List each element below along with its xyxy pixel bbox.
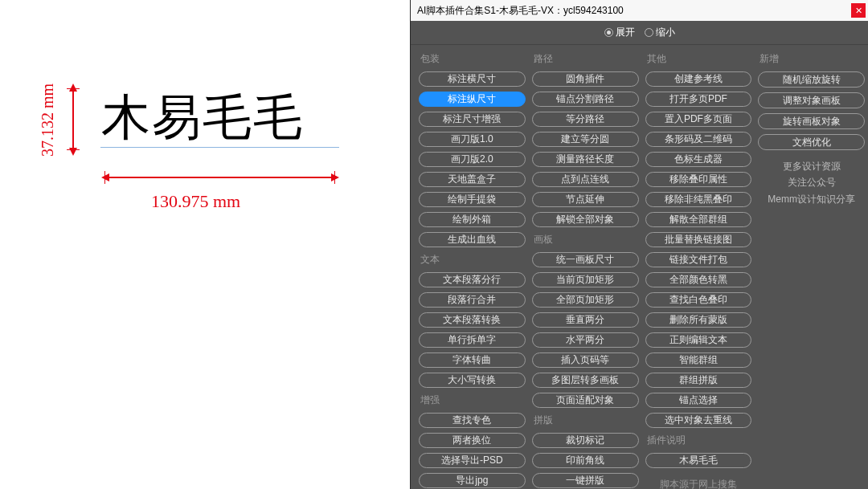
close-button[interactable]: ✕ bbox=[851, 3, 866, 18]
plugin-button[interactable]: 裁切标记 bbox=[532, 433, 639, 448]
plugin-button[interactable]: 打开多页PDF bbox=[645, 92, 752, 107]
section-enhance: 增强 bbox=[419, 393, 526, 408]
plugin-button[interactable]: 水平两分 bbox=[532, 332, 639, 348]
section-imposition: 拼版 bbox=[532, 413, 639, 428]
plugin-button[interactable]: 建立等分圆 bbox=[532, 132, 639, 147]
plugin-button[interactable]: 等分路径 bbox=[532, 112, 639, 127]
radio-dot-icon bbox=[645, 28, 653, 37]
plugin-button[interactable]: 当前页加矩形 bbox=[532, 272, 639, 287]
vertical-dimension-arrow bbox=[72, 90, 74, 149]
button-columns: 包装标注横尺寸标注纵尺寸标注尺寸增强画刀版1.0画刀版2.0天地盖盒子绘制手提袋… bbox=[411, 45, 868, 489]
plugin-button[interactable]: 移除叠印属性 bbox=[645, 172, 752, 187]
plugin-button[interactable]: 垂直两分 bbox=[532, 312, 639, 328]
plugin-button[interactable]: 导出jpg bbox=[419, 473, 526, 488]
plugin-button[interactable]: 群组拼版 bbox=[645, 373, 752, 388]
horizontal-dimension-label: 130.975 mm bbox=[151, 191, 240, 212]
plugin-button[interactable]: 查找白色叠印 bbox=[645, 292, 752, 308]
column-2: 路径圆角插件锚点分割路径等分路径建立等分圆测量路径长度点到点连线节点延伸解锁全部… bbox=[532, 51, 639, 483]
radio-shrink-label: 缩小 bbox=[656, 26, 675, 39]
section-text: 文本 bbox=[419, 252, 526, 267]
plugin-button[interactable]: 插入页码等 bbox=[532, 352, 639, 368]
canvas-area: 37.132 mm 木易毛毛 130.975 mm bbox=[0, 0, 410, 489]
plugin-button[interactable]: 天地盖盒子 bbox=[419, 172, 526, 187]
plugin-button[interactable]: 单行拆单字 bbox=[419, 332, 526, 348]
artwork-text[interactable]: 木易毛毛 bbox=[101, 85, 304, 151]
plugin-button[interactable]: 页面适配对象 bbox=[532, 393, 639, 408]
section-about: 插件说明 bbox=[645, 433, 752, 448]
plugin-button[interactable]: 文本段落分行 bbox=[419, 272, 526, 287]
plugin-button[interactable]: 智能群组 bbox=[645, 352, 752, 368]
panel-title-bar[interactable]: AI脚本插件合集S1-木易毛毛-VX：ycl594243100 ✕ bbox=[411, 0, 868, 21]
plugin-button[interactable]: 多图层转多画板 bbox=[532, 373, 639, 388]
plugin-button[interactable]: 色标生成器 bbox=[645, 152, 752, 167]
plugin-button[interactable]: 链接文件打包 bbox=[645, 252, 752, 267]
plugin-button[interactable]: 条形码及二维码 bbox=[645, 132, 752, 147]
plugin-button[interactable]: 节点延伸 bbox=[532, 192, 639, 207]
plugin-button[interactable]: 置入PDF多页面 bbox=[645, 112, 752, 127]
info-text: 脚本源于网上搜集版权归原作者所有 bbox=[645, 476, 752, 489]
plugin-button[interactable]: 印前角线 bbox=[532, 453, 639, 468]
radio-expand[interactable]: 展开 bbox=[604, 26, 635, 39]
plugin-button[interactable]: 选择导出-PSD bbox=[419, 453, 526, 468]
radio-dot-icon bbox=[604, 28, 613, 37]
column-3: 其他创建参考线打开多页PDF置入PDF多页面条形码及二维码色标生成器移除叠印属性… bbox=[645, 51, 752, 483]
plugin-button[interactable]: 标注横尺寸 bbox=[419, 71, 526, 87]
plugin-panel: AI脚本插件合集S1-木易毛毛-VX：ycl594243100 ✕ 展开 缩小 … bbox=[410, 0, 868, 489]
text-selection-line bbox=[100, 147, 339, 148]
plugin-button[interactable]: 标注纵尺寸 bbox=[419, 92, 526, 107]
plugin-button[interactable]: 生成出血线 bbox=[419, 232, 526, 247]
plugin-button[interactable]: 绘制手提袋 bbox=[419, 192, 526, 207]
radio-shrink[interactable]: 缩小 bbox=[645, 26, 675, 39]
plugin-button[interactable]: 锚点分割路径 bbox=[532, 92, 639, 107]
section-other: 其他 bbox=[645, 51, 752, 67]
plugin-button[interactable]: 木易毛毛 bbox=[645, 453, 752, 468]
plugin-button[interactable]: 随机缩放旋转 bbox=[758, 71, 865, 88]
plugin-button[interactable]: 解锁全部对象 bbox=[532, 212, 639, 227]
plugin-button[interactable]: 统一画板尺寸 bbox=[532, 252, 639, 267]
view-mode-radios: 展开 缩小 bbox=[411, 21, 868, 45]
plugin-button[interactable]: 画刀版1.0 bbox=[419, 132, 526, 147]
plugin-button[interactable]: 删除所有蒙版 bbox=[645, 312, 752, 328]
section-artboard: 画板 bbox=[532, 232, 639, 247]
column-4: 新增随机缩放旋转调整对象画板旋转画板对象文档优化更多设计资源关注公众号Memm设… bbox=[758, 51, 865, 483]
plugin-button[interactable]: 测量路径长度 bbox=[532, 152, 639, 167]
plugin-button[interactable]: 字体转曲 bbox=[419, 352, 526, 368]
section-packaging: 包装 bbox=[419, 51, 526, 67]
plugin-button[interactable]: 全部页加矩形 bbox=[532, 292, 639, 308]
horizontal-dimension-arrow bbox=[108, 177, 333, 178]
plugin-button[interactable]: 标注尺寸增强 bbox=[419, 112, 526, 127]
plugin-button[interactable]: 两者换位 bbox=[419, 433, 526, 448]
section-path: 路径 bbox=[532, 51, 639, 67]
plugin-button[interactable]: 正则编辑文本 bbox=[645, 332, 752, 348]
plugin-button[interactable]: 一键拼版 bbox=[532, 473, 639, 488]
plugin-button[interactable]: 画刀版2.0 bbox=[419, 152, 526, 167]
info-text: 更多设计资源关注公众号Memm设计知识分享 bbox=[758, 158, 865, 207]
plugin-button[interactable]: 旋转画板对象 bbox=[758, 113, 865, 129]
plugin-button[interactable]: 锚点选择 bbox=[645, 393, 752, 408]
plugin-button[interactable]: 选中对象去重线 bbox=[645, 413, 752, 428]
plugin-button[interactable]: 点到点连线 bbox=[532, 172, 639, 187]
plugin-button[interactable]: 圆角插件 bbox=[532, 71, 639, 87]
plugin-button[interactable]: 批量替换链接图 bbox=[645, 232, 752, 247]
plugin-button[interactable]: 全部颜色转黑 bbox=[645, 272, 752, 287]
plugin-button[interactable]: 文本段落转换 bbox=[419, 312, 526, 328]
column-1: 包装标注横尺寸标注纵尺寸标注尺寸增强画刀版1.0画刀版2.0天地盖盒子绘制手提袋… bbox=[419, 51, 526, 483]
plugin-button[interactable]: 调整对象画板 bbox=[758, 92, 865, 108]
plugin-button[interactable]: 段落行合并 bbox=[419, 292, 526, 308]
plugin-button[interactable]: 移除非纯黑叠印 bbox=[645, 192, 752, 207]
vertical-dimension-label: 37.132 mm bbox=[39, 84, 57, 157]
section-new: 新增 bbox=[758, 51, 865, 67]
plugin-button[interactable]: 绘制外箱 bbox=[419, 212, 526, 227]
plugin-button[interactable]: 解散全部群组 bbox=[645, 212, 752, 227]
plugin-button[interactable]: 创建参考线 bbox=[645, 71, 752, 87]
plugin-button[interactable]: 查找专色 bbox=[419, 413, 526, 428]
plugin-button[interactable]: 大小写转换 bbox=[419, 373, 526, 388]
radio-expand-label: 展开 bbox=[616, 26, 635, 39]
plugin-button[interactable]: 文档优化 bbox=[758, 134, 865, 150]
panel-title: AI脚本插件合集S1-木易毛毛-VX：ycl594243100 bbox=[417, 4, 851, 18]
